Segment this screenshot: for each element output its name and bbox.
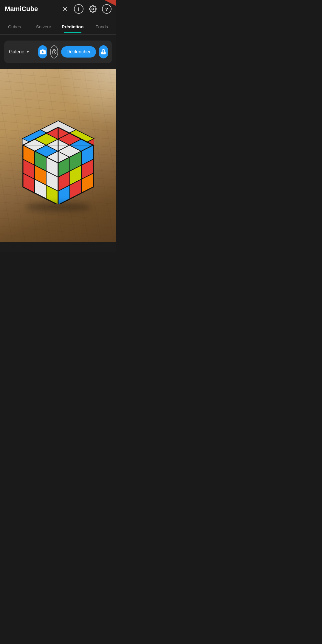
tab-solveur[interactable]: Solveur <box>29 19 58 33</box>
svg-point-3 <box>103 52 104 53</box>
rubiks-cube-image <box>16 115 100 205</box>
cube-shadow <box>25 202 91 211</box>
tab-cubes[interactable]: Cubes <box>0 19 29 33</box>
app-bar: MamiCube i ? <box>0 0 116 18</box>
gallery-dropdown[interactable]: Galerie ▼ <box>8 48 35 56</box>
cube-scene <box>0 69 116 242</box>
svg-point-0 <box>41 51 44 53</box>
toolbar-card: Galerie ▼ Déclencher <box>4 41 112 63</box>
tab-bar: Cubes Solveur Prédiction Fonds <box>0 18 116 34</box>
tab-fonds[interactable]: Fonds <box>87 19 117 33</box>
info-icon[interactable]: i <box>74 4 83 14</box>
trigger-button[interactable]: Déclencher <box>61 46 96 58</box>
settings-icon[interactable] <box>89 5 97 13</box>
tab-divider <box>0 34 116 35</box>
cube-image-area <box>0 69 116 242</box>
gallery-label: Galerie <box>9 49 24 55</box>
toolbar-row: Galerie ▼ Déclencher <box>8 45 108 58</box>
camera-button[interactable] <box>38 45 47 58</box>
app-bar-icons: i ? <box>61 4 112 14</box>
chevron-down-icon: ▼ <box>26 50 30 54</box>
trigger-label: Déclencher <box>66 49 91 54</box>
tab-prediction[interactable]: Prédiction <box>58 19 87 33</box>
lock-button[interactable] <box>99 45 108 58</box>
timer-button[interactable] <box>50 45 58 58</box>
app-title: MamiCube <box>5 5 38 13</box>
bluetooth-icon[interactable] <box>61 5 69 13</box>
help-icon[interactable]: ? <box>102 4 112 14</box>
